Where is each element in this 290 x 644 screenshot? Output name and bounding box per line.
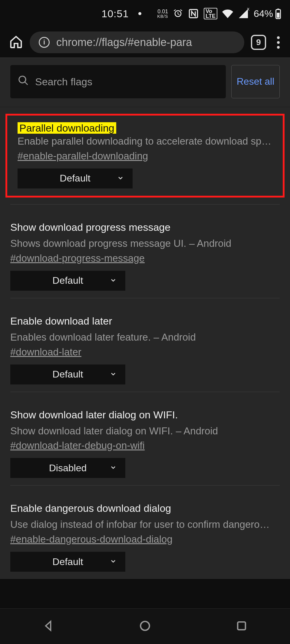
- flag-title: Show download later dialog on WIFI.: [10, 409, 280, 421]
- chevron-down-icon: [110, 463, 117, 474]
- flag-dropdown-value: Disabled: [49, 463, 87, 474]
- flag-entry: Show download progress message Shows dow…: [0, 204, 290, 298]
- browser-toolbar: i chrome://flags/#enable-para 9: [0, 27, 290, 57]
- flag-entry: Enable download later Enables download l…: [0, 298, 290, 392]
- svg-rect-2: [277, 9, 279, 10]
- svg-rect-3: [277, 13, 280, 18]
- signal-icon: x: [238, 8, 249, 19]
- volte-icon: Vo LTE: [204, 8, 217, 19]
- flag-entry: Show download later dialog on WIFI. Show…: [0, 392, 290, 485]
- recents-button[interactable]: [235, 619, 248, 634]
- flag-dropdown-value: Default: [52, 556, 83, 567]
- flag-description: Use dialog instead of infobar for user t…: [10, 517, 280, 532]
- flag-title: Show download progress message: [10, 221, 280, 233]
- status-time: 10:51: [101, 8, 129, 20]
- flag-title: Enable download later: [10, 315, 280, 327]
- svg-point-4: [140, 621, 149, 630]
- svg-rect-5: [238, 622, 246, 630]
- flags-page: Search flags Reset all Parallel download…: [0, 57, 290, 579]
- flag-description: Shows download progress message UI. – An…: [10, 236, 280, 251]
- search-input[interactable]: Search flags: [10, 65, 226, 98]
- flag-hash-link[interactable]: #download-later: [10, 346, 81, 358]
- flag-dropdown[interactable]: Default: [10, 364, 125, 384]
- flag-description: Enables download later feature. – Androi…: [10, 330, 280, 345]
- search-placeholder: Search flags: [35, 76, 92, 88]
- flag-dropdown[interactable]: Default: [10, 552, 125, 572]
- highlighted-flag-box: Parallel downloading Enable parallel dow…: [5, 114, 285, 198]
- site-info-icon[interactable]: i: [39, 37, 50, 48]
- flag-hash-link[interactable]: #enable-dangerous-download-dialog: [10, 534, 173, 545]
- battery-indicator: 64%: [254, 8, 282, 19]
- flag-dropdown-value: Default: [52, 275, 83, 286]
- back-button[interactable]: [42, 619, 55, 634]
- flag-description: Enable parallel downloading to accelerat…: [18, 134, 272, 149]
- alarm-icon: [173, 8, 183, 19]
- overflow-menu-button[interactable]: [273, 34, 284, 51]
- url-text: chrome://flags/#enable-para: [56, 36, 192, 49]
- network-speed: 0.01KB/S: [157, 9, 168, 18]
- flag-entry: Enable dangerous download dialog Use dia…: [0, 485, 290, 579]
- flag-hash-link[interactable]: #download-later-debug-on-wifi: [10, 440, 145, 451]
- chevron-down-icon: [117, 173, 124, 184]
- url-bar[interactable]: i chrome://flags/#enable-para: [30, 31, 244, 53]
- tab-switcher-button[interactable]: 9: [251, 35, 266, 50]
- nfc-icon: [188, 8, 199, 19]
- system-nav-bar: [0, 608, 290, 644]
- status-bar: 10:51 0.01KB/S Vo LTE x 64%: [0, 0, 290, 27]
- flag-title: Enable dangerous download dialog: [10, 502, 280, 514]
- flag-hash-link[interactable]: #enable-parallel-downloading: [18, 150, 148, 162]
- flag-entry: Parallel downloading Enable parallel dow…: [7, 116, 283, 196]
- flag-dropdown[interactable]: Default: [10, 271, 125, 291]
- reset-all-button[interactable]: Reset all: [231, 65, 280, 98]
- chevron-down-icon: [110, 275, 117, 286]
- home-button[interactable]: [9, 35, 23, 50]
- flag-dropdown[interactable]: Default: [18, 168, 133, 188]
- search-icon: [18, 75, 29, 89]
- flag-title: Parallel downloading: [18, 122, 116, 134]
- flag-dropdown[interactable]: Disabled: [10, 458, 125, 478]
- wifi-icon: [222, 8, 233, 19]
- flag-dropdown-value: Default: [52, 369, 83, 380]
- flag-description: Show download later dialog on WIFI. – An…: [10, 424, 280, 438]
- flag-hash-link[interactable]: #download-progress-message: [10, 253, 145, 264]
- chevron-down-icon: [110, 369, 117, 380]
- dot-icon: [138, 12, 141, 15]
- search-row: Search flags Reset all: [0, 58, 290, 107]
- chevron-down-icon: [110, 556, 117, 567]
- home-nav-button[interactable]: [138, 619, 152, 634]
- flag-dropdown-value: Default: [60, 173, 90, 184]
